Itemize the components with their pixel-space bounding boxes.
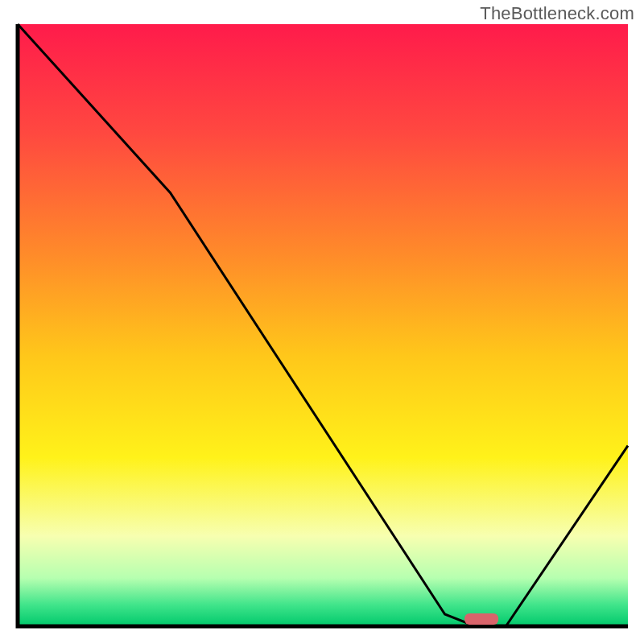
- plot-background: [18, 24, 628, 626]
- watermark-text: TheBottleneck.com: [480, 3, 634, 24]
- optimal-marker: [464, 613, 498, 625]
- chart-container: TheBottleneck.com: [0, 0, 644, 644]
- bottleneck-chart: [0, 0, 644, 644]
